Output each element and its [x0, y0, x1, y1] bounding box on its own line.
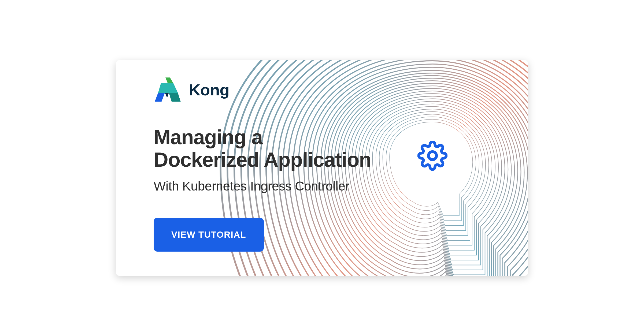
- svg-point-5: [428, 152, 436, 160]
- headline-block: Managing a Dockerized Application With K…: [154, 126, 371, 193]
- headline-subtitle: With Kubernetes Ingress Controller: [154, 179, 371, 193]
- svg-marker-4: [165, 93, 169, 98]
- gear-icon: [417, 141, 447, 171]
- svg-marker-1: [158, 83, 178, 93]
- svg-marker-2: [155, 93, 165, 102]
- view-tutorial-button[interactable]: VIEW TUTORIAL: [154, 218, 264, 252]
- headline-title: Managing a Dockerized Application: [154, 126, 371, 171]
- headline-title-line1: Managing a: [154, 126, 262, 148]
- svg-marker-3: [169, 93, 181, 102]
- brand-name: Kong: [189, 81, 229, 99]
- brand-logo: Kong: [154, 76, 229, 104]
- promo-card: Kong Managing a Dockerized Application W…: [116, 60, 528, 276]
- svg-marker-0: [165, 77, 173, 83]
- kong-logo-icon: [154, 76, 182, 104]
- headline-title-line2: Dockerized Application: [154, 148, 371, 171]
